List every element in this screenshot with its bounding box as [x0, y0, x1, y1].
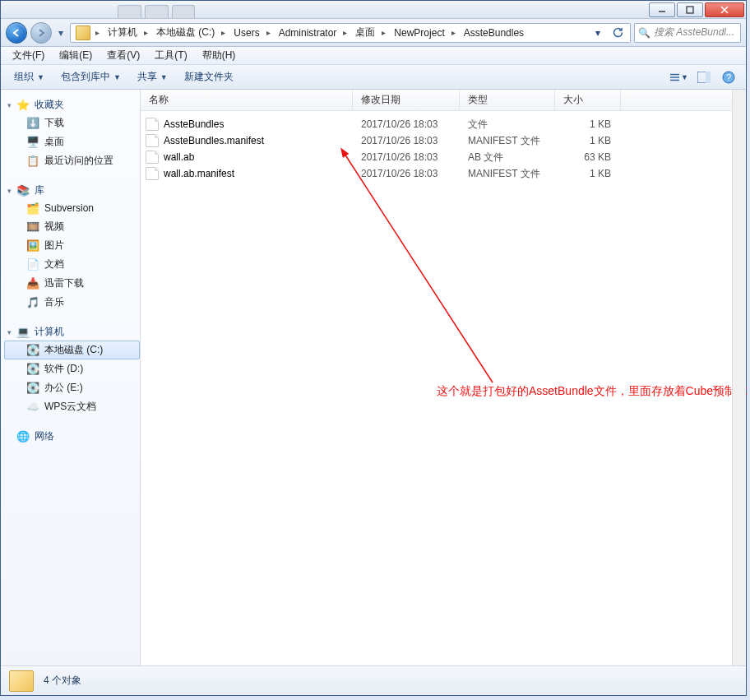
sidebar-item-drive-d[interactable]: 💽软件 (D:): [4, 359, 140, 378]
search-icon: 🔍: [638, 27, 650, 39]
sidebar-label: 收藏夹: [35, 98, 64, 112]
folder-icon: [76, 25, 90, 40]
minimize-button[interactable]: [649, 2, 675, 17]
file-date: 2017/10/26 18:03: [353, 168, 460, 179]
file-name: AssteBundles.manifest: [164, 135, 264, 146]
sidebar-item-recent[interactable]: 📋最近访问的位置: [4, 151, 140, 170]
chevron-right-icon[interactable]: ▸: [94, 28, 101, 37]
star-icon: ⭐: [16, 99, 30, 112]
sidebar-item-wps-cloud[interactable]: ☁️WPS云文档: [4, 397, 140, 416]
sidebar-item-drive-e[interactable]: 💽办公 (E:): [4, 378, 140, 397]
breadcrumb[interactable]: NewProject: [387, 24, 449, 42]
chevron-down-icon: ▼: [113, 73, 121, 81]
file-size: 1 KB: [555, 118, 621, 130]
folder-icon: [9, 670, 34, 692]
help-button[interactable]: ?: [720, 68, 738, 86]
chevron-right-icon[interactable]: ▸: [380, 28, 387, 37]
sidebar-item-desktop[interactable]: 🖥️桌面: [4, 132, 140, 151]
chevron-right-icon[interactable]: ▸: [142, 28, 150, 37]
organize-label: 组织: [14, 70, 34, 84]
title-bar: [1, 1, 746, 19]
file-row[interactable]: AssteBundles.manifest 2017/10/26 18:03 M…: [141, 132, 746, 149]
svg-line-11: [345, 154, 493, 382]
breadcrumb[interactable]: Users: [227, 24, 264, 42]
sidebar-item-videos[interactable]: 🎞️视频: [4, 217, 140, 236]
breadcrumb[interactable]: 本地磁盘 (C:): [150, 24, 220, 42]
column-name[interactable]: 名称: [141, 90, 353, 110]
refresh-button[interactable]: [609, 24, 627, 42]
download-icon: 📥: [26, 277, 39, 290]
menu-help[interactable]: 帮助(H): [196, 47, 243, 64]
vertical-scrollbar[interactable]: [732, 90, 746, 665]
sidebar-head-network[interactable]: ▾ 🌐 网络: [4, 428, 140, 445]
svg-rect-1: [687, 7, 693, 13]
address-bar[interactable]: ▸ 计算机 ▸ 本地磁盘 (C:) ▸ Users ▸ Administrato…: [70, 23, 631, 43]
svg-rect-6: [670, 79, 679, 80]
nav-history-dropdown[interactable]: ▾: [55, 23, 67, 43]
menu-view[interactable]: 查看(V): [100, 47, 146, 64]
file-row[interactable]: AssteBundles 2017/10/26 18:03 文件 1 KB: [141, 116, 746, 132]
title-tab[interactable]: [118, 5, 141, 18]
sidebar-item-label: 本地磁盘 (C:): [44, 343, 103, 357]
forward-button[interactable]: [30, 22, 52, 44]
svg-rect-8: [706, 72, 711, 83]
menu-tools[interactable]: 工具(T): [148, 47, 193, 64]
sidebar-item-documents[interactable]: 📄文档: [4, 255, 140, 274]
organize-button[interactable]: 组织▼: [9, 67, 49, 86]
sidebar-item-xunlei[interactable]: 📥迅雷下载: [4, 274, 140, 293]
sidebar-head-computer[interactable]: ▾ 💻 计算机: [4, 323, 140, 341]
title-tab[interactable]: [145, 5, 169, 18]
maximize-button[interactable]: [677, 2, 703, 17]
sidebar-head-libraries[interactable]: ▾ 📚 库: [4, 182, 140, 199]
new-folder-button[interactable]: 新建文件夹: [179, 67, 238, 86]
chevron-right-icon[interactable]: ▸: [450, 28, 457, 37]
file-date: 2017/10/26 18:03: [353, 135, 460, 146]
file-row[interactable]: wall.ab.manifest 2017/10/26 18:03 MANIFE…: [141, 165, 746, 182]
menu-file[interactable]: 文件(F): [6, 47, 51, 64]
include-in-library-button[interactable]: 包含到库中▼: [56, 67, 126, 86]
chevron-down-icon: ▼: [37, 73, 44, 81]
desktop-icon: 🖥️: [26, 136, 39, 149]
chevron-right-icon[interactable]: ▸: [265, 28, 272, 37]
file-type: 文件: [460, 118, 555, 132]
chevron-right-icon[interactable]: ▸: [220, 28, 227, 37]
back-button[interactable]: [6, 22, 27, 44]
music-icon: 🎵: [26, 296, 39, 309]
image-icon: 🖼️: [26, 239, 39, 253]
sidebar-item-label: WPS云文档: [44, 400, 96, 414]
search-input[interactable]: 🔍 搜索 AssteBundl...: [634, 23, 741, 43]
breadcrumb[interactable]: 桌面: [349, 24, 380, 42]
svg-rect-5: [670, 76, 679, 77]
arrow-left-icon: [12, 28, 21, 38]
sidebar-item-music[interactable]: 🎵音乐: [4, 293, 140, 312]
breadcrumb[interactable]: AssteBundles: [457, 24, 529, 42]
share-button[interactable]: 共享▼: [132, 67, 173, 86]
drive-icon: 💽: [26, 344, 39, 357]
chevron-right-icon[interactable]: ▸: [341, 28, 349, 37]
drive-icon: 💽: [26, 363, 39, 376]
sidebar-item-label: 视频: [44, 220, 64, 234]
column-date[interactable]: 修改日期: [353, 90, 460, 110]
new-folder-label: 新建文件夹: [184, 70, 234, 84]
sidebar-item-pictures[interactable]: 🖼️图片: [4, 236, 140, 255]
breadcrumb[interactable]: Administrator: [272, 24, 342, 42]
column-type[interactable]: 类型: [460, 90, 555, 110]
sidebar-head-favorites[interactable]: ▾ ⭐ 收藏夹: [4, 96, 140, 114]
sidebar-item-label: 音乐: [44, 295, 64, 309]
sidebar-item-downloads[interactable]: ⬇️下载: [4, 114, 140, 132]
sidebar-item-subversion[interactable]: 🗂️Subversion: [4, 199, 140, 217]
address-dropdown[interactable]: ▾: [589, 24, 607, 42]
preview-pane-button[interactable]: [695, 68, 713, 86]
title-tab[interactable]: [172, 5, 196, 18]
column-size[interactable]: 大小: [555, 90, 621, 110]
menu-bar: 文件(F) 编辑(E) 查看(V) 工具(T) 帮助(H): [1, 47, 746, 65]
view-options-button[interactable]: ▼: [670, 68, 688, 86]
toolbar: 组织▼ 包含到库中▼ 共享▼ 新建文件夹 ▼ ?: [1, 65, 746, 90]
close-button[interactable]: [705, 2, 744, 17]
sidebar-item-drive-c[interactable]: 💽本地磁盘 (C:): [4, 341, 140, 359]
sidebar-item-label: 迅雷下载: [44, 276, 84, 290]
breadcrumb[interactable]: 计算机: [101, 24, 142, 42]
menu-edit[interactable]: 编辑(E): [53, 47, 99, 64]
file-row[interactable]: wall.ab 2017/10/26 18:03 AB 文件 63 KB: [141, 149, 746, 165]
sidebar-item-label: 图片: [44, 239, 64, 253]
